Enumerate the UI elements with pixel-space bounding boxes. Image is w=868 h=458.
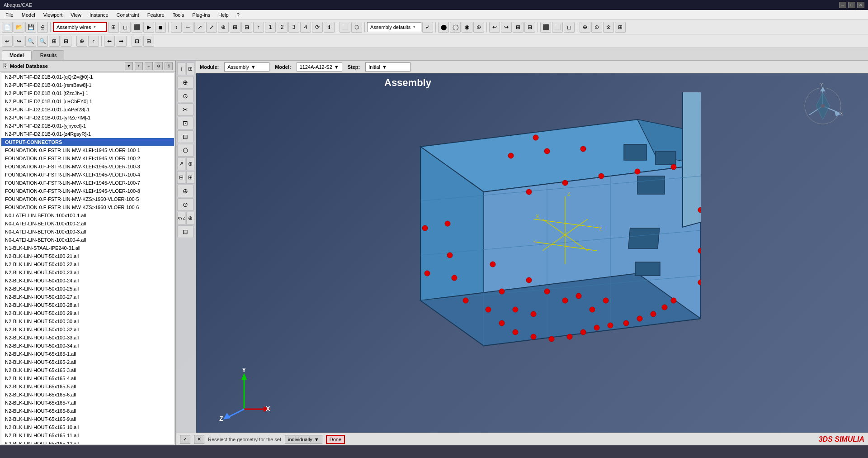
tree-item[interactable]: N2-BLK-LIN-HOUT-65x165-9.all xyxy=(1,415,174,423)
tool-btn-1[interactable]: ↕ xyxy=(171,22,182,33)
side-btn-8[interactable]: ⬡ xyxy=(177,144,193,157)
done-button[interactable]: Done xyxy=(326,435,345,444)
tool-btn-6[interactable]: ⊞ xyxy=(230,22,241,33)
tab-model[interactable]: Model xyxy=(2,50,32,60)
viewport[interactable]: Module: Assembly ▼ Model: 1124A-A12-S2 ▼… xyxy=(176,61,868,445)
tool-btn-25[interactable]: ⊟ xyxy=(524,22,535,33)
menu-model[interactable]: Model xyxy=(18,11,39,19)
status-check-btn[interactable]: ✓ xyxy=(180,435,190,444)
print-button[interactable]: 🖨 xyxy=(37,22,48,33)
tree-item[interactable]: N2-PUNT-IF-D2,01B-0,01-[qQrZ=@0]-1 xyxy=(1,73,174,81)
individually-dropdown[interactable]: individually ▼ xyxy=(285,435,322,444)
tool-btn-15[interactable]: ⬜ xyxy=(340,22,350,33)
tree-item[interactable]: N1-BLK-LIN-STAAL-IPE240-31.all xyxy=(1,244,174,252)
tree-item[interactable]: FOUNDATION-0.F-FSTR-LIN-MW-KLEI<1945-VLO… xyxy=(1,179,174,187)
tool-btn-4[interactable]: ⤢ xyxy=(206,22,217,33)
side-btn-16[interactable]: ⊟ xyxy=(177,225,193,238)
tree-item[interactable]: FOUNDATION-0.F-FSTR-LIN-MW-KZS>1960-VLOE… xyxy=(1,203,174,211)
tree-item[interactable]: N2-BLK-LIN-HOUT-65x165-7.all xyxy=(1,399,174,407)
open-button[interactable]: 📂 xyxy=(14,22,24,33)
tb2-btn-3[interactable]: 🔍 xyxy=(25,36,36,47)
side-btn-6[interactable]: ⊡ xyxy=(177,117,193,129)
side-btn-3[interactable]: ⊕ xyxy=(177,76,193,89)
tb2-btn-7[interactable]: ⊕ xyxy=(76,36,87,47)
tool-btn-18[interactable]: ⬤ xyxy=(438,22,449,33)
tool-btn-12[interactable]: 4 xyxy=(300,22,311,33)
tree-item[interactable]: N2-BLK-LIN-HOUT-50x100-21.all xyxy=(1,252,174,260)
menu-plugins[interactable]: Plug-ins xyxy=(189,11,214,19)
tb2-btn-8[interactable]: ↑ xyxy=(88,36,99,47)
tool-btn-17[interactable]: ✓ xyxy=(422,22,433,33)
tool-btn-26[interactable]: ⬛ xyxy=(540,22,551,33)
tb-btn-2[interactable]: ◻ xyxy=(120,22,131,33)
tree-item[interactable]: N2-BLK-LIN-HOUT-65x165-2.all xyxy=(1,358,174,366)
side-btn-13[interactable]: ⊕ xyxy=(177,185,193,197)
tree-item[interactable]: N2-BLK-LIN-HOUT-50x100-22.all xyxy=(1,260,174,268)
tree-item[interactable]: N2-BLK-LIN-HOUT-65x165-11.all xyxy=(1,431,174,439)
tree-item[interactable]: N2-BLK-LIN-HOUT-65x165-8.all xyxy=(1,407,174,415)
side-btn-5[interactable]: ✂ xyxy=(177,103,193,116)
side-btn-12[interactable]: ⊞ xyxy=(186,171,194,184)
tree-item[interactable]: N2-BLK-LIN-HOUT-50x100-24.all xyxy=(1,277,174,285)
db-filter-btn[interactable]: ▼ xyxy=(125,62,133,70)
tb2-btn-1[interactable]: ↩ xyxy=(2,36,13,47)
model-dropdown[interactable]: 1124A-A12-S2 ▼ xyxy=(297,62,342,72)
side-btn-10[interactable]: ⊕ xyxy=(186,157,194,170)
tb-btn-1[interactable]: ⊞ xyxy=(108,22,119,33)
tool-btn-3[interactable]: ↗ xyxy=(194,22,205,33)
module-dropdown[interactable]: Assembly ▼ xyxy=(224,62,269,72)
assembly-wires-dropdown[interactable]: Assembly wires ▼ xyxy=(53,22,107,32)
tool-btn-5[interactable]: ⊕ xyxy=(218,22,229,33)
save-button[interactable]: 💾 xyxy=(25,22,36,33)
menu-viewport[interactable]: Viewport xyxy=(40,11,66,19)
tree-item[interactable]: N0-LATEI-LIN-BETON-100x100-3.all xyxy=(1,228,174,236)
tree-item[interactable]: FOUNDATION-0.F-FSTR-LIN-MW-KLEI<1945-VLO… xyxy=(1,171,174,179)
tool-btn-19[interactable]: ◯ xyxy=(450,22,461,33)
menu-view[interactable]: View xyxy=(67,11,85,19)
tool-btn-22[interactable]: ↩ xyxy=(489,22,500,33)
menu-instance[interactable]: Instance xyxy=(86,11,112,19)
tree-item[interactable]: N0-LATEI-LIN-BETON-100x100-2.all xyxy=(1,219,174,228)
tool-btn-21[interactable]: ⊛ xyxy=(473,22,484,33)
tool-btn-14[interactable]: ℹ xyxy=(324,22,335,33)
tree-item[interactable]: N2-BLK-LIN-HOUT-50x100-33.all xyxy=(1,334,174,342)
menu-help[interactable]: Help xyxy=(215,11,232,19)
tb2-btn-6[interactable]: ⊟ xyxy=(61,36,71,47)
tree-item[interactable]: N2-BLK-LIN-HOUT-50x100-23.all xyxy=(1,268,174,277)
tool-btn-29[interactable]: ⊕ xyxy=(580,22,590,33)
tree-item[interactable]: FOUNDATION-0.F-FSTR-LIN-MW-KLEI<1945-VLO… xyxy=(1,162,174,171)
tree-container[interactable]: N2-PUNT-IF-D2,01B-0,01-[qQrZ=@0]-1N2-PUN… xyxy=(1,72,175,444)
side-btn-9[interactable]: ↗ xyxy=(177,157,185,170)
tb-btn-3[interactable]: ⬛ xyxy=(132,22,142,33)
step-dropdown[interactable]: Initial ▼ xyxy=(365,62,410,72)
tool-btn-20[interactable]: ◉ xyxy=(462,22,472,33)
tree-item[interactable]: N2-BLK-LIN-HOUT-50x100-30.all xyxy=(1,317,174,325)
tree-item[interactable]: N2-PUNT-IF-D2,01B-0,01-[u+CbEY0]-1 xyxy=(1,97,174,105)
tool-btn-7[interactable]: ⊟ xyxy=(241,22,252,33)
tree-item[interactable]: N0-LATEI-LIN-BETON-100x100-1.all xyxy=(1,211,174,219)
tb-btn-5[interactable]: ◼ xyxy=(155,22,166,33)
new-button[interactable]: 📄 xyxy=(2,22,13,33)
tool-btn-13[interactable]: ⟳ xyxy=(312,22,323,33)
tree-item[interactable]: N2-PUNT-IF-D2,01B-0,01-[tZzcJh+]-1 xyxy=(1,89,174,97)
tool-btn-9[interactable]: 1 xyxy=(265,22,276,33)
tree-item[interactable]: N2-BLK-LIN-HOUT-65x165-3.all xyxy=(1,366,174,374)
tb2-btn-4[interactable]: 🔍 xyxy=(37,36,48,47)
status-x-btn[interactable]: ✕ xyxy=(194,435,204,444)
menu-tools[interactable]: Tools xyxy=(169,11,188,19)
tb2-btn-12[interactable]: ⊟ xyxy=(143,36,154,47)
tree-item[interactable]: N2-BLK-LIN-HOUT-50x100-29.all xyxy=(1,309,174,317)
tree-item[interactable]: N2-PUNT-IF-D2,01B-0,01-[uAPef28]-1 xyxy=(1,105,174,114)
tree-item[interactable]: N2-BLK-LIN-HOUT-65x165-12.all xyxy=(1,439,174,444)
minimize-button[interactable]: ─ xyxy=(839,2,846,8)
tree-item[interactable]: N2-PUNT-IF-D2,01B-0,01-[yjnycel]-1 xyxy=(1,122,174,130)
side-btn-15[interactable]: ⊕ xyxy=(186,212,194,224)
tree-item[interactable]: N2-BLK-LIN-HOUT-65x165-10.all xyxy=(1,423,174,431)
tb2-btn-11[interactable]: ⊡ xyxy=(132,36,142,47)
tool-btn-16[interactable]: ⬡ xyxy=(351,22,362,33)
tree-item[interactable]: N2-BLK-LIN-HOUT-65x165-1.all xyxy=(1,350,174,358)
tool-btn-28[interactable]: ◻ xyxy=(564,22,575,33)
side-btn-1[interactable]: ↕ xyxy=(177,62,185,75)
tool-btn-30[interactable]: ⊙ xyxy=(591,22,602,33)
side-xyz-1[interactable]: XYZ xyxy=(177,212,185,224)
